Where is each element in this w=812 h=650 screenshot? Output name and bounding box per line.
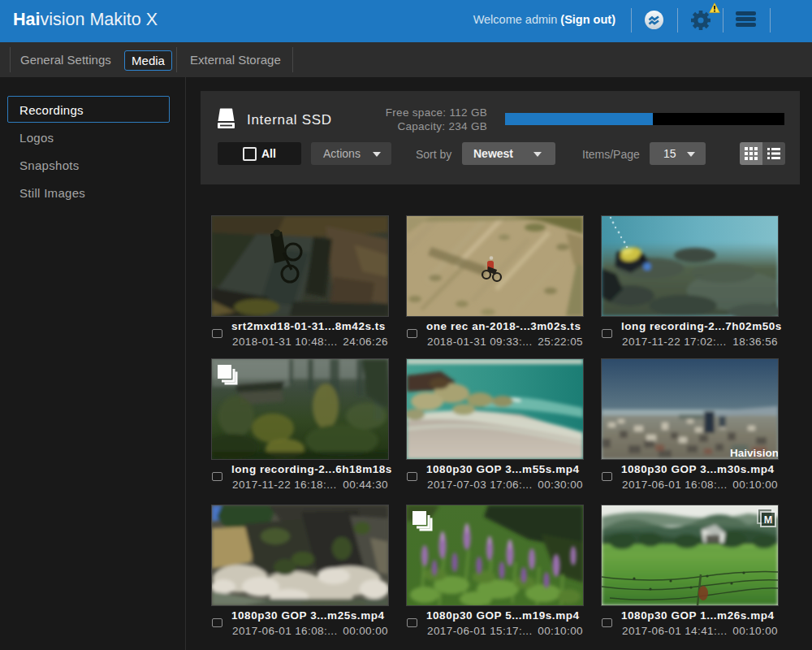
svg-text:Haivision: Haivision [730,447,778,459]
svg-text:M: M [764,514,772,526]
